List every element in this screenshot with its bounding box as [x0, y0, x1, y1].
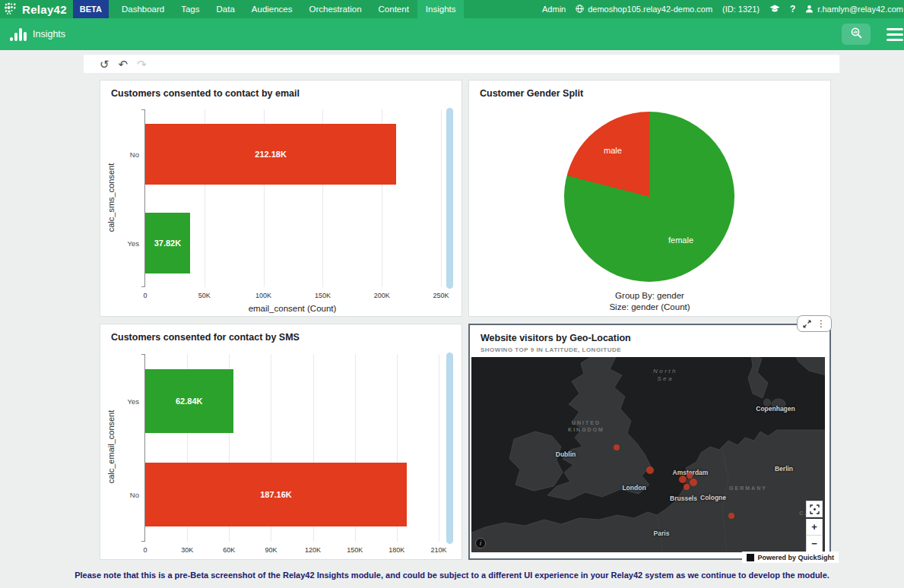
x-tick-label: 200K: [374, 292, 390, 299]
card-sms-consent-chart: Customers consented for contact by SMS c…: [100, 324, 462, 560]
environment-domain: demoshop105.relay42-demo.com: [588, 5, 712, 14]
x-tick-label: 100K: [255, 292, 271, 299]
bar-yes[interactable]: 62.84K: [145, 369, 233, 433]
category-label-no: No: [130, 150, 139, 158]
gridline: [439, 354, 439, 542]
brand-name: Relay42: [22, 3, 67, 16]
category-label-yes: Yes: [128, 397, 140, 405]
dashboard-toolbar: ↺ ↶ ↷: [84, 55, 839, 73]
kebab-menu-icon[interactable]: ⋮: [817, 319, 826, 328]
nav-item-content[interactable]: Content: [370, 0, 417, 18]
visitor-location-dot[interactable]: [687, 473, 693, 479]
bar-yes[interactable]: 37.82K: [145, 213, 190, 273]
nav-item-insights[interactable]: Insights: [417, 0, 465, 18]
user-icon: [805, 5, 814, 14]
redo-icon[interactable]: ↷: [137, 58, 147, 70]
visitor-location-dot[interactable]: [728, 513, 734, 519]
x-tick-label: 210K: [430, 546, 446, 554]
pie-slice-label-male: male: [604, 146, 622, 155]
x-tick-label: 90K: [265, 546, 277, 554]
x-tick-label: 30K: [181, 546, 193, 554]
brand[interactable]: Relay42: [0, 2, 67, 17]
bar-value-label: 37.82K: [154, 239, 181, 248]
chart-scrollbar[interactable]: [446, 352, 453, 544]
map-landmass: [471, 357, 825, 552]
gender-pie-chart[interactable]: [564, 112, 734, 282]
zoom-in-button[interactable]: +: [806, 519, 823, 536]
chart-title: Customers consented to contact by email: [111, 88, 300, 99]
x-tick-label: 150K: [315, 292, 331, 299]
card-email-consent-chart: Customers consented to contact by email …: [100, 80, 462, 317]
chart-title: Website visitors by Geo-Location: [481, 333, 631, 343]
chart-title: Customer Gender Split: [480, 88, 583, 99]
topbar-right: Admin demoshop105.relay42-demo.com (ID: …: [542, 4, 904, 14]
module-header: Insights: [0, 18, 904, 50]
map-controls: + −: [806, 501, 823, 552]
relay42-logo-icon: [4, 2, 18, 17]
recenter-icon[interactable]: [806, 501, 823, 517]
reset-icon[interactable]: ↺: [100, 58, 109, 70]
user-email: r.hamlyn@relay42.com: [817, 5, 903, 14]
undo-icon[interactable]: ↶: [119, 58, 128, 70]
relay42-insights-app: Relay42 BETA DashboardTagsDataAudiencesO…: [0, 0, 904, 588]
module-title: Insights: [33, 29, 65, 40]
x-tick-label: 150K: [347, 546, 363, 554]
admin-label[interactable]: Admin: [542, 5, 566, 14]
globe-icon: [576, 5, 584, 14]
primary-nav: DashboardTagsDataAudiencesOrchestrationC…: [113, 0, 465, 18]
x-tick-label: 250K: [433, 292, 449, 299]
y-axis-label: calc_sms_consent: [106, 114, 116, 281]
menu-icon[interactable]: [887, 28, 904, 44]
bar-no[interactable]: 187.16K: [145, 463, 407, 526]
academy-icon[interactable]: [769, 5, 780, 14]
pie-size-caption: Size: gender (Count): [469, 302, 830, 311]
environment-selector[interactable]: demoshop105.relay42-demo.com: [576, 5, 712, 14]
top-navbar: Relay42 BETA DashboardTagsDataAudiencesO…: [0, 0, 904, 18]
bar-value-label: 187.16K: [260, 490, 292, 499]
insights-icon: [10, 27, 27, 41]
nav-item-data[interactable]: Data: [208, 0, 243, 18]
chart-title: Customers consented for contact by SMS: [111, 332, 300, 343]
visitor-location-dot[interactable]: [614, 444, 620, 450]
bar-value-label: 212.18K: [255, 150, 287, 159]
email-consent-plot[interactable]: 050K100K150K200K250K212.18KNo37.82KYes: [144, 109, 440, 287]
search-icon: [850, 27, 863, 43]
expand-icon[interactable]: [803, 320, 811, 328]
geo-map[interactable]: North SeaUNITED KINGDOMCopenhagenDublinA…: [471, 357, 825, 552]
search-insights-button[interactable]: [842, 24, 871, 45]
pie-slice-label-female: female: [668, 236, 693, 245]
x-axis-title: email_consent (Count): [144, 304, 440, 313]
chart-subtitle: SHOWING TOP 9 IN LATITUDE, LONGITUDE: [481, 346, 621, 353]
pie-groupby-caption: Group By: gender: [469, 291, 830, 300]
sms-consent-plot[interactable]: 030K60K90K120K150K180K210K62.84KYes187.1…: [144, 354, 438, 542]
x-tick-label: 120K: [305, 546, 321, 554]
card-actions-toolbar: ⋮: [797, 315, 832, 332]
chart-scrollbar[interactable]: [446, 108, 453, 289]
gridline: [441, 109, 442, 287]
x-tick-label: 180K: [389, 546, 404, 554]
quicksight-attribution-text: Powered by QuickSight: [757, 554, 834, 561]
nav-item-audiences[interactable]: Audiences: [243, 0, 301, 18]
visitor-location-dot[interactable]: [646, 466, 654, 474]
bar-value-label: 62.84K: [176, 397, 202, 406]
user-menu[interactable]: r.hamlyn@relay42.com: [805, 5, 903, 14]
nav-item-orchestration[interactable]: Orchestration: [301, 0, 370, 18]
bar-no[interactable]: 212.18K: [145, 124, 396, 185]
visitor-location-dot[interactable]: [690, 479, 697, 486]
quicksight-icon: [747, 554, 754, 561]
map-attribution-info-icon[interactable]: i: [475, 538, 486, 548]
card-geo-map: ⋮ Website visitors by Geo-Location SHOWI…: [468, 324, 831, 560]
zoom-out-button[interactable]: −: [806, 536, 823, 552]
help-icon[interactable]: ?: [790, 4, 795, 14]
card-gender-pie: Customer Gender Split male female Group …: [468, 80, 831, 317]
x-tick-label: 0: [143, 292, 147, 299]
nav-item-tags[interactable]: Tags: [173, 0, 208, 18]
visitor-location-dot[interactable]: [679, 476, 687, 483]
category-label-yes: Yes: [128, 239, 140, 247]
visitor-location-dot[interactable]: [684, 484, 690, 490]
x-tick-label: 50K: [198, 292, 211, 299]
nav-item-dashboard[interactable]: Dashboard: [113, 0, 173, 18]
y-axis-label: calc_email_consent: [106, 363, 116, 530]
x-tick-label: 60K: [223, 546, 235, 554]
category-label-no: No: [130, 491, 139, 499]
